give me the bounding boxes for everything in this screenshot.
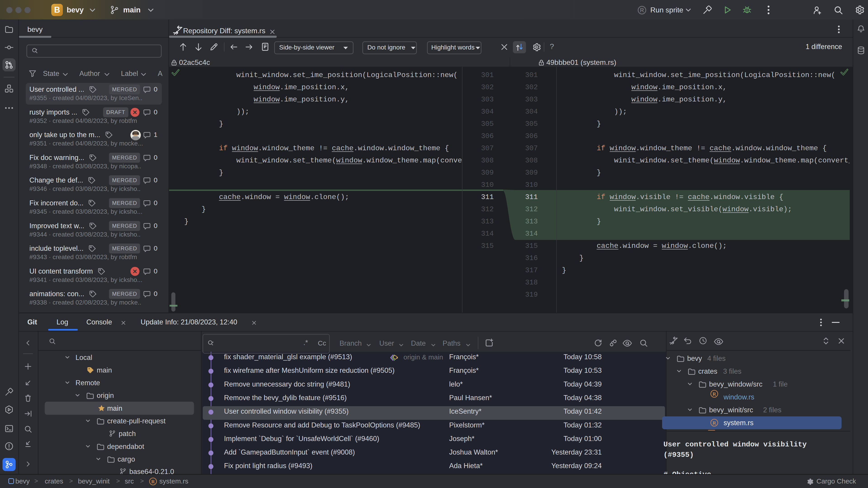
svg-text:R: R (712, 391, 716, 397)
svg-text:R: R (640, 7, 644, 13)
svg-text:R: R (712, 420, 716, 426)
svg-text:R: R (151, 479, 155, 484)
